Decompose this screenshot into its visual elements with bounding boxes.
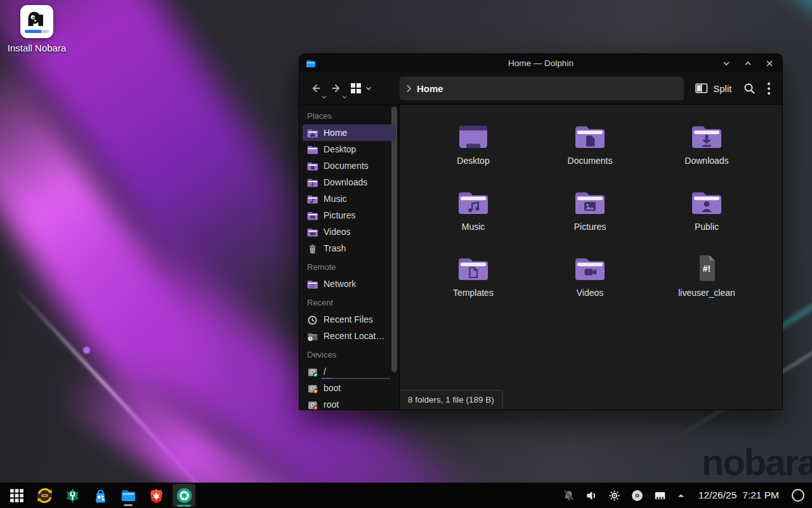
split-view-button[interactable]: Split (695, 83, 731, 94)
folder-desktop-icon (456, 119, 490, 150)
sidebar-item-label: / (324, 366, 326, 377)
maximize-button[interactable] (743, 59, 752, 68)
file-name: Pictures (574, 222, 606, 232)
back-history-chevron-icon[interactable] (322, 95, 327, 99)
folder-music-icon (456, 185, 490, 217)
taskbar-dolphin-file-manager[interactable] (117, 484, 140, 507)
drive-warn-icon (306, 399, 318, 410)
sidebar-item-label: Pictures (324, 210, 356, 220)
tray-notifications-muted[interactable] (562, 489, 575, 502)
toolbar: Home Split (299, 72, 782, 105)
folder-note-icon (306, 194, 318, 204)
show-desktop-button[interactable] (792, 489, 804, 502)
file-name: Music (462, 222, 485, 232)
sidebar-item-label: Trash (324, 243, 346, 253)
breadcrumb-current[interactable]: Home (417, 83, 443, 94)
forward-history-chevron-icon[interactable] (342, 95, 347, 99)
wallpaper-dot (83, 347, 90, 354)
sidebar-item-root[interactable]: root (303, 396, 396, 410)
file-item-public[interactable]: Public (648, 184, 765, 250)
search-icon (743, 83, 756, 95)
split-view-icon (695, 83, 708, 93)
screen-recorder-icon (176, 487, 193, 504)
volume-icon (585, 489, 598, 502)
tray-disc[interactable] (631, 489, 644, 502)
overflow-menu-icon (767, 82, 771, 95)
sidebar-item-recent-locat[interactable]: Recent Locat… (303, 328, 396, 344)
sidebar-item-documents[interactable]: Documents (303, 157, 396, 174)
sidebar-item-trash[interactable]: Trash (303, 240, 396, 257)
taskbar-brave-browser[interactable] (145, 484, 167, 507)
folder-downloads-icon (690, 119, 724, 150)
folder-pictures-icon (573, 185, 607, 217)
file-item-downloads[interactable]: Downloads (648, 117, 765, 184)
sidebar-item-label: Music (324, 194, 347, 204)
menu-button[interactable] (767, 82, 771, 95)
tray-expander-icon (676, 491, 686, 500)
sidebar-item-downloads[interactable]: Downloads (303, 174, 396, 190)
dolphin-window: Home — Dolphin (299, 54, 782, 410)
clock-date: 12/26/25 (698, 490, 737, 501)
forward-button[interactable] (330, 82, 343, 95)
tray-volume[interactable] (585, 489, 598, 502)
notifications-muted-icon (562, 489, 575, 502)
sidebar-item-pictures[interactable]: Pictures (303, 207, 396, 224)
tray-ethernet-port[interactable] (653, 489, 667, 502)
close-button[interactable] (765, 59, 774, 68)
folder-public-icon (690, 185, 724, 217)
search-button[interactable] (743, 83, 756, 95)
location-breadcrumb[interactable]: Home (400, 77, 684, 100)
file-item-pictures[interactable]: Pictures (532, 184, 648, 250)
sidebar-item-network[interactable]: Network (303, 276, 396, 292)
trash-icon (306, 243, 318, 254)
taskbar-screen-recorder[interactable] (173, 484, 195, 507)
view-mode-button[interactable] (350, 83, 372, 94)
file-name: Videos (577, 288, 604, 298)
sidebar-item-desktop[interactable]: Desktop (303, 141, 396, 157)
brave-icon (148, 487, 165, 504)
taskbar-discover-store[interactable] (89, 484, 112, 507)
sidebar-item-videos[interactable]: Videos (303, 224, 396, 240)
taskbar-nobara-sync[interactable] (33, 484, 56, 507)
sidebar-section-devices: Devices (299, 344, 399, 363)
clock-time: 7:21 PM (742, 490, 779, 501)
file-item-templates[interactable]: Templates (415, 250, 532, 316)
file-item-videos[interactable]: Videos (532, 250, 648, 316)
sidebar-item-home[interactable]: Home (303, 124, 396, 141)
install-nobara-shortcut[interactable]: Install Nobara (4, 5, 70, 53)
nobara-tool-icon (64, 487, 81, 504)
file-item-music[interactable]: Music (415, 184, 532, 250)
file-name: liveuser_clean (678, 288, 735, 298)
titlebar[interactable]: Home — Dolphin (299, 54, 782, 72)
file-script-icon: #! (690, 251, 724, 283)
nobara-logo-icon (26, 11, 48, 29)
sidebar-item-boot[interactable]: boot (303, 380, 396, 396)
taskbar-app-launcher[interactable] (5, 484, 28, 507)
sidebar-item-music[interactable]: Music (303, 190, 396, 207)
file-item-desktop[interactable]: Desktop (415, 117, 532, 184)
install-nobara-icon (20, 5, 53, 38)
back-button[interactable] (310, 82, 322, 95)
minimize-button[interactable] (722, 59, 731, 68)
sidebar-section-recent: Recent (299, 292, 399, 311)
window-title: Home — Dolphin (299, 58, 782, 68)
folder-pic-icon (306, 210, 318, 221)
file-item-liveuser-clean[interactable]: #!liveuser_clean (648, 250, 765, 316)
drive-ok-icon (306, 366, 318, 377)
places-panel: Places Home Desktop Documents Downloads … (299, 105, 400, 410)
sidebar-item-root[interactable]: / (303, 363, 396, 380)
tray-brightness[interactable] (608, 489, 621, 502)
shortcut-label: Install Nobara (4, 43, 70, 53)
file-item-documents[interactable]: Documents (532, 117, 648, 184)
file-name: Documents (568, 156, 613, 166)
desktop-root: { "desktop": { "shortcut_label": "Instal… (0, 0, 812, 508)
wallpaper-streak (13, 286, 240, 508)
ethernet-port-icon (653, 489, 667, 502)
tray-tray-expander[interactable] (676, 491, 686, 500)
file-name: Public (695, 222, 719, 232)
clock[interactable]: 12/26/25 7:21 PM (698, 490, 779, 501)
taskbar-nobara-driver-tool[interactable] (61, 484, 84, 507)
sidebar-item-recent-files[interactable]: Recent Files (303, 311, 396, 328)
sidebar-item-label: Network (324, 279, 356, 289)
folder-view[interactable]: Desktop Documents Downloads Music Pictur… (400, 105, 782, 410)
